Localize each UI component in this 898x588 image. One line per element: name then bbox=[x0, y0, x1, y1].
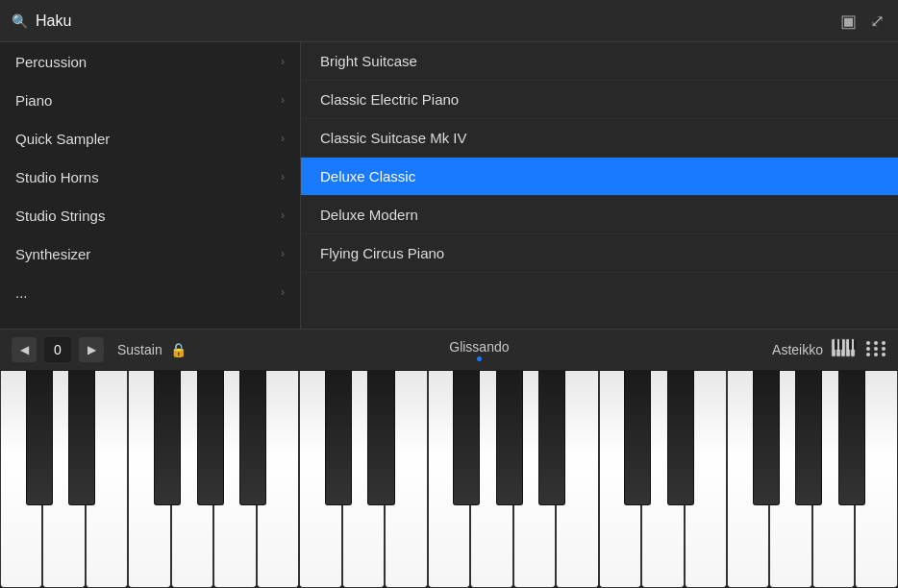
chevron-icon: › bbox=[281, 170, 285, 184]
category-list: Percussion›Piano›Quick Sampler›Studio Ho… bbox=[0, 42, 301, 329]
black-key-oct0-1.6[interactable] bbox=[68, 371, 95, 505]
black-key-oct1-5.6[interactable] bbox=[538, 371, 565, 505]
svg-point-13 bbox=[874, 347, 878, 351]
patch-list: Bright SuitcaseClassic Electric PianoCla… bbox=[301, 42, 898, 329]
category-label: Synthesizer bbox=[15, 246, 90, 262]
chevron-icon: › bbox=[281, 208, 285, 222]
category-item-percussion[interactable]: Percussion› bbox=[0, 42, 300, 81]
category-label: Studio Strings bbox=[15, 208, 105, 224]
category-item-studio-horns[interactable]: Studio Horns› bbox=[0, 158, 300, 196]
category-label: Percussion bbox=[15, 54, 87, 70]
category-item-studio-strings[interactable]: Studio Strings› bbox=[0, 196, 300, 234]
category-item-more[interactable]: ...› bbox=[0, 273, 300, 311]
patch-item-deluxe-classic[interactable]: Deluxe Classic bbox=[301, 158, 898, 196]
svg-point-17 bbox=[882, 353, 886, 356]
black-key-oct1-3.6[interactable] bbox=[453, 371, 480, 505]
black-key-oct2-0.6[interactable] bbox=[624, 371, 651, 505]
chevron-icon: › bbox=[281, 285, 285, 299]
patch-item-bright-suitcase[interactable]: Bright Suitcase bbox=[301, 42, 898, 81]
svg-point-16 bbox=[874, 353, 878, 356]
search-icon: 🔍 bbox=[12, 13, 28, 29]
black-key-oct0-3.6[interactable] bbox=[154, 371, 181, 505]
chevron-icon: › bbox=[281, 132, 285, 145]
piano-container: C2 C3 C4 bbox=[0, 371, 898, 588]
category-label: Piano bbox=[15, 92, 52, 109]
category-item-piano[interactable]: Piano› bbox=[0, 81, 300, 119]
black-key-oct2-1.6[interactable] bbox=[667, 371, 694, 505]
resize-icon-button[interactable]: ⤢ bbox=[868, 9, 886, 34]
black-key-oct1-1.6[interactable] bbox=[367, 371, 394, 505]
black-key-oct0-4.6[interactable] bbox=[197, 371, 224, 505]
category-item-quick-sampler[interactable]: Quick Sampler› bbox=[0, 119, 300, 158]
svg-rect-7 bbox=[849, 339, 852, 350]
prev-octave-button[interactable]: ◀ bbox=[12, 337, 37, 362]
dots-menu-button[interactable] bbox=[865, 340, 886, 360]
svg-rect-8 bbox=[854, 339, 857, 350]
patch-label: Flying Circus Piano bbox=[320, 245, 444, 261]
chevron-icon: › bbox=[281, 93, 285, 107]
glissando-label: Glissando bbox=[194, 339, 764, 361]
patch-label: Classic Electric Piano bbox=[320, 91, 459, 108]
lock-icon: 🔒 bbox=[170, 342, 187, 357]
glissando-dot bbox=[477, 356, 482, 361]
category-item-synthesizer[interactable]: Synthesizer› bbox=[0, 234, 300, 273]
category-label: ... bbox=[15, 284, 28, 301]
svg-point-11 bbox=[882, 341, 886, 345]
patch-item-classic-electric-piano[interactable]: Classic Electric Piano bbox=[301, 81, 898, 119]
piano-keys-icon bbox=[831, 338, 858, 357]
black-key-oct1-4.6[interactable] bbox=[496, 371, 523, 505]
svg-rect-6 bbox=[839, 339, 842, 350]
svg-point-12 bbox=[866, 347, 870, 351]
black-key-oct2-3.6[interactable] bbox=[753, 371, 780, 505]
svg-point-15 bbox=[866, 353, 870, 356]
black-key-oct0-5.6[interactable] bbox=[239, 371, 266, 505]
octave-display: 0 bbox=[44, 337, 71, 362]
patch-item-classic-suitcase-mk-iv[interactable]: Classic Suitcase Mk IV bbox=[301, 119, 898, 158]
black-key-oct0-0.6[interactable] bbox=[26, 371, 53, 505]
chevron-icon: › bbox=[281, 247, 285, 260]
patch-label: Deluxe Modern bbox=[320, 207, 418, 223]
patch-item-flying-circus-piano[interactable]: Flying Circus Piano bbox=[301, 234, 898, 273]
svg-rect-5 bbox=[835, 339, 837, 350]
svg-point-10 bbox=[874, 341, 878, 345]
category-label: Studio Horns bbox=[15, 169, 99, 185]
window-icon-button[interactable]: ▣ bbox=[838, 9, 859, 34]
black-key-oct1-0.6[interactable] bbox=[325, 371, 352, 505]
svg-point-9 bbox=[866, 341, 870, 345]
piano-view-button[interactable] bbox=[831, 338, 858, 362]
patch-label: Bright Suitcase bbox=[320, 53, 417, 69]
search-actions: ▣ ⤢ bbox=[838, 9, 886, 34]
black-key-oct2-5.6[interactable] bbox=[838, 371, 865, 505]
asteikko-label: Asteikko bbox=[772, 342, 823, 357]
sustain-label: Sustain bbox=[117, 342, 162, 357]
controls-bar: ◀ 0 ▶ Sustain 🔒 Glissando Asteikko bbox=[0, 329, 898, 371]
search-bar: 🔍 ▣ ⤢ bbox=[0, 0, 898, 42]
chevron-icon: › bbox=[281, 55, 285, 68]
patch-label: Classic Suitcase Mk IV bbox=[320, 130, 467, 146]
grid-dots-icon bbox=[865, 340, 886, 357]
piano-keys bbox=[0, 371, 898, 588]
patch-item-deluxe-modern[interactable]: Deluxe Modern bbox=[301, 196, 898, 234]
patch-label: Deluxe Classic bbox=[320, 168, 415, 184]
category-label: Quick Sampler bbox=[15, 131, 110, 147]
search-input[interactable] bbox=[36, 12, 831, 30]
next-octave-button[interactable]: ▶ bbox=[79, 337, 104, 362]
svg-point-14 bbox=[882, 347, 886, 351]
black-key-oct2-4.6[interactable] bbox=[795, 371, 822, 505]
content-area: Percussion›Piano›Quick Sampler›Studio Ho… bbox=[0, 42, 898, 329]
app-wrapper: 🔍 ▣ ⤢ Percussion›Piano›Quick Sampler›Stu… bbox=[0, 0, 898, 588]
